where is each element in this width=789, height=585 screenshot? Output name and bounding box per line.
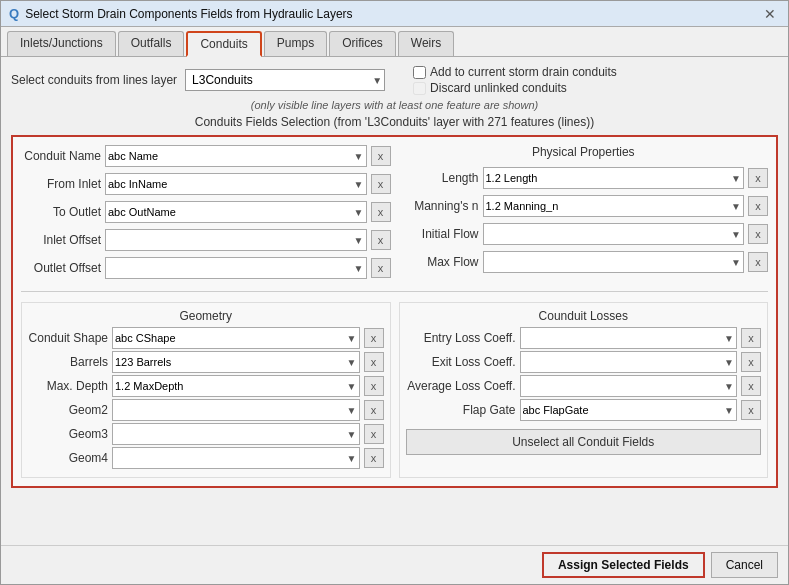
entry-loss-clear[interactable]: x	[741, 328, 761, 348]
conduit-losses-title: Counduit Losses	[406, 309, 762, 323]
exit-loss-select[interactable]	[521, 352, 737, 372]
initial-flow-combo[interactable]: ▼	[483, 223, 745, 245]
geom3-combo[interactable]: ▼	[112, 423, 360, 445]
conduit-shape-row: Conduit Shape abc CShape ▼ x	[28, 327, 384, 349]
dialog-footer: Assign Selected Fields Cancel	[1, 545, 788, 584]
add-to-current-label: Add to current storm drain conduits	[430, 65, 617, 79]
conduit-name-clear[interactable]: x	[371, 146, 391, 166]
bottom-two-col: Geometry Conduit Shape abc CShape ▼ x Ba…	[21, 302, 768, 478]
geom2-combo[interactable]: ▼	[112, 399, 360, 421]
entry-loss-select[interactable]	[521, 328, 737, 348]
geom2-select[interactable]	[113, 400, 359, 420]
flap-gate-row: Flap Gate abc FlapGate ▼ x	[406, 399, 762, 421]
avg-loss-clear[interactable]: x	[741, 376, 761, 396]
tab-outfalls[interactable]: Outfalls	[118, 31, 185, 56]
geom4-label: Geom4	[28, 451, 108, 465]
conduit-name-select[interactable]: abc Name	[106, 146, 366, 166]
main-panel: Conduit Name abc Name ▼ x From Inlet abc…	[11, 135, 778, 488]
tab-conduits[interactable]: Conduits	[186, 31, 261, 57]
max-flow-combo[interactable]: ▼	[483, 251, 745, 273]
cancel-button[interactable]: Cancel	[711, 552, 778, 578]
add-to-current-checkbox[interactable]	[413, 66, 426, 79]
geom3-row: Geom3 ▼ x	[28, 423, 384, 445]
max-depth-clear[interactable]: x	[364, 376, 384, 396]
flap-gate-clear[interactable]: x	[741, 400, 761, 420]
geom4-combo[interactable]: ▼	[112, 447, 360, 469]
discard-unlinked-checkbox[interactable]	[413, 82, 426, 95]
inlet-offset-combo[interactable]: ▼	[105, 229, 367, 251]
unselect-all-button[interactable]: Unselect all Conduit Fields	[406, 429, 762, 455]
geom4-row: Geom4 ▼ x	[28, 447, 384, 469]
flap-gate-label: Flap Gate	[406, 403, 516, 417]
outlet-offset-label: Outlet Offset	[21, 261, 101, 275]
from-inlet-label: From Inlet	[21, 177, 101, 191]
exit-loss-clear[interactable]: x	[741, 352, 761, 372]
layer-select-combo[interactable]: L3Conduits ▼	[185, 69, 385, 91]
mannings-n-clear[interactable]: x	[748, 196, 768, 216]
mannings-n-select[interactable]: 1.2 Manning_n	[484, 196, 744, 216]
flap-gate-combo[interactable]: abc FlapGate ▼	[520, 399, 738, 421]
conduit-shape-combo[interactable]: abc CShape ▼	[112, 327, 360, 349]
outlet-offset-select[interactable]	[106, 258, 366, 278]
geom3-label: Geom3	[28, 427, 108, 441]
from-inlet-clear[interactable]: x	[371, 174, 391, 194]
max-flow-label: Max Flow	[399, 255, 479, 269]
conduit-shape-select[interactable]: abc CShape	[113, 328, 359, 348]
geom3-select[interactable]	[113, 424, 359, 444]
length-combo[interactable]: 1.2 Length ▼	[483, 167, 745, 189]
from-inlet-combo[interactable]: abc InName ▼	[105, 173, 367, 195]
tab-orifices[interactable]: Orifices	[329, 31, 396, 56]
inlet-offset-clear[interactable]: x	[371, 230, 391, 250]
conduit-shape-clear[interactable]: x	[364, 328, 384, 348]
mannings-n-combo[interactable]: 1.2 Manning_n ▼	[483, 195, 745, 217]
inlet-offset-select[interactable]	[106, 230, 366, 250]
right-top-col: Physical Properties Length 1.2 Length ▼ …	[399, 145, 769, 281]
max-flow-clear[interactable]: x	[748, 252, 768, 272]
barrels-select[interactable]: 123 Barrels	[113, 352, 359, 372]
outlet-offset-combo[interactable]: ▼	[105, 257, 367, 279]
max-depth-combo[interactable]: 1.2 MaxDepth ▼	[112, 375, 360, 397]
tab-weirs[interactable]: Weirs	[398, 31, 454, 56]
from-inlet-select[interactable]: abc InName	[106, 174, 366, 194]
to-outlet-select[interactable]: abc OutName	[106, 202, 366, 222]
barrels-clear[interactable]: x	[364, 352, 384, 372]
geom4-clear[interactable]: x	[364, 448, 384, 468]
entry-loss-combo[interactable]: ▼	[520, 327, 738, 349]
max-depth-select[interactable]: 1.2 MaxDepth	[113, 376, 359, 396]
initial-flow-select[interactable]	[484, 224, 744, 244]
top-two-col: Conduit Name abc Name ▼ x From Inlet abc…	[21, 145, 768, 281]
section-title: Conduits Fields Selection (from 'L3Condu…	[11, 115, 778, 129]
flap-gate-select[interactable]: abc FlapGate	[521, 400, 737, 420]
layer-select-dropdown[interactable]: L3Conduits	[190, 70, 380, 90]
geom2-clear[interactable]: x	[364, 400, 384, 420]
outlet-offset-clear[interactable]: x	[371, 258, 391, 278]
to-outlet-clear[interactable]: x	[371, 202, 391, 222]
initial-flow-label: Initial Flow	[399, 227, 479, 241]
physical-properties-title: Physical Properties	[399, 145, 769, 159]
max-flow-select[interactable]	[484, 252, 744, 272]
tab-pumps[interactable]: Pumps	[264, 31, 327, 56]
avg-loss-select[interactable]	[521, 376, 737, 396]
assign-selected-fields-button[interactable]: Assign Selected Fields	[542, 552, 705, 578]
geom3-clear[interactable]: x	[364, 424, 384, 444]
length-clear[interactable]: x	[748, 168, 768, 188]
barrels-combo[interactable]: 123 Barrels ▼	[112, 351, 360, 373]
conduit-shape-label: Conduit Shape	[28, 331, 108, 345]
close-button[interactable]: ✕	[760, 4, 780, 24]
to-outlet-combo[interactable]: abc OutName ▼	[105, 201, 367, 223]
avg-loss-combo[interactable]: ▼	[520, 375, 738, 397]
title-bar: Q Select Storm Drain Components Fields f…	[1, 1, 788, 27]
initial-flow-clear[interactable]: x	[748, 224, 768, 244]
length-select[interactable]: 1.2 Length	[484, 168, 744, 188]
to-outlet-label: To Outlet	[21, 205, 101, 219]
conduit-name-combo[interactable]: abc Name ▼	[105, 145, 367, 167]
main-dialog: Q Select Storm Drain Components Fields f…	[0, 0, 789, 585]
max-depth-label: Max. Depth	[28, 379, 108, 393]
mannings-n-label: Manning's n	[399, 199, 479, 213]
layer-select-row: Select conduits from lines layer L3Condu…	[11, 65, 778, 95]
geom4-select[interactable]	[113, 448, 359, 468]
length-row: Length 1.2 Length ▼ x	[399, 167, 769, 189]
hint-text: (only visible line layers with at least …	[11, 99, 778, 111]
exit-loss-combo[interactable]: ▼	[520, 351, 738, 373]
tab-inlets-junctions[interactable]: Inlets/Junctions	[7, 31, 116, 56]
